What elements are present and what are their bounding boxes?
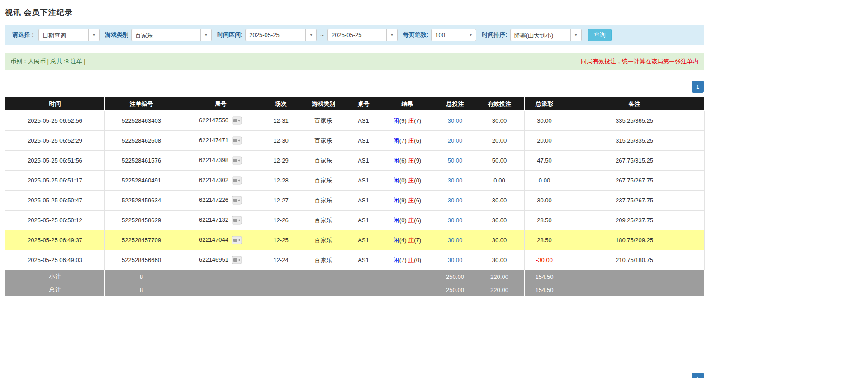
table-header: 时间	[5, 97, 105, 111]
range-separator: ~	[320, 32, 324, 38]
cell-bet-id: 522528459634	[105, 191, 178, 211]
game-type-select[interactable]: 百家乐 ▼	[131, 29, 212, 41]
video-replay-icon[interactable]	[232, 196, 242, 205]
cell-session: 12-25	[263, 230, 299, 250]
cell-payout: 0.00	[525, 171, 564, 191]
subtotal-label: 小计	[5, 270, 105, 283]
sort-value: 降幂(由大到小)	[511, 29, 570, 41]
total-bet-link[interactable]: 50.00	[448, 157, 463, 164]
date-from-select[interactable]: 2025-05-25 ▼	[245, 29, 317, 41]
result-banker-label: 庄	[408, 237, 414, 244]
result-player-score: (9)	[399, 197, 407, 204]
date-to-select[interactable]: 2025-05-25 ▼	[327, 29, 398, 41]
pagination-top: 1	[5, 81, 704, 93]
chevron-down-icon[interactable]: ▼	[88, 29, 99, 41]
currency-summary: 币别：人民币 | 总共 :8 注单 |	[10, 57, 85, 66]
result-player-score: (7)	[399, 137, 407, 144]
subtotal-empty	[564, 270, 705, 283]
subtotal-payout: 154.50	[525, 270, 564, 283]
cell-time: 2025-05-25 06:50:12	[5, 211, 105, 230]
video-replay-icon[interactable]	[232, 236, 242, 244]
cell-session: 12-26	[263, 211, 299, 230]
search-button[interactable]: 查询	[588, 29, 612, 41]
round-id-text: 622147044	[199, 236, 228, 243]
result-banker-score: (7)	[414, 237, 421, 244]
chevron-down-icon[interactable]: ▼	[570, 29, 581, 41]
cell-session: 12-30	[263, 131, 299, 151]
cell-session: 12-27	[263, 191, 299, 211]
total-bet-link[interactable]: 30.00	[448, 237, 463, 244]
notice-text: 同局有效投注，统一计算在该局第一张注单内	[581, 57, 698, 66]
round-id-text: 622147471	[199, 137, 228, 144]
result-banker-score: (6)	[414, 137, 421, 144]
cell-table-no: AS1	[348, 191, 379, 211]
cell-total-bet: 20.00	[436, 131, 474, 151]
total-bet-link[interactable]: 30.00	[448, 177, 463, 184]
cell-bet-id: 522528463403	[105, 111, 178, 131]
total-empty	[263, 283, 299, 297]
cell-round-id: 622146951	[178, 250, 263, 270]
result-player-score: (9)	[399, 117, 407, 124]
cell-result: 闲(6) 庄(9)	[379, 151, 436, 171]
subtotal-count: 8	[105, 270, 178, 283]
cell-remark: 210.75/180.75	[564, 250, 705, 270]
cell-total-bet: 50.00	[436, 151, 474, 171]
total-valid-bet: 220.00	[474, 283, 525, 297]
result-banker-label: 庄	[408, 217, 414, 224]
query-type-select[interactable]: 日期查询 ▼	[38, 29, 100, 41]
cell-remark: 180.75/209.25	[564, 230, 705, 250]
video-replay-icon[interactable]	[232, 216, 242, 225]
result-player-label: 闲	[394, 177, 399, 184]
total-count: 8	[105, 283, 178, 297]
cell-time: 2025-05-25 06:52:56	[5, 111, 105, 131]
cell-game-type: 百家乐	[299, 171, 348, 191]
cell-session: 12-28	[263, 171, 299, 191]
total-row: 总计 8 250.00 220.00 154.50	[5, 283, 705, 297]
result-player-label: 闲	[394, 197, 399, 204]
total-bet-link[interactable]: 30.00	[448, 217, 463, 224]
result-banker-label: 庄	[408, 157, 414, 164]
result-player-label: 闲	[394, 257, 399, 263]
cell-total-bet: 30.00	[436, 191, 474, 211]
video-replay-icon[interactable]	[232, 176, 242, 185]
date-from-value: 2025-05-25	[246, 29, 305, 41]
cell-table-no: AS1	[348, 111, 379, 131]
video-replay-icon[interactable]	[232, 256, 242, 264]
chevron-down-icon[interactable]: ▼	[386, 29, 397, 41]
total-bet-link[interactable]: 30.00	[448, 197, 463, 204]
video-replay-icon[interactable]	[232, 156, 242, 165]
cell-game-type: 百家乐	[299, 230, 348, 250]
page-button-1[interactable]: 1	[692, 81, 704, 93]
total-empty	[178, 283, 263, 297]
cell-round-id: 622147398	[178, 151, 263, 171]
cell-time: 2025-05-25 06:52:29	[5, 131, 105, 151]
page-size-label: 每页笔数:	[403, 31, 428, 39]
page-size-select[interactable]: 100 ▼	[431, 29, 476, 41]
total-empty	[379, 283, 436, 297]
total-bet-link[interactable]: 30.00	[448, 257, 463, 263]
sort-select[interactable]: 降幂(由大到小) ▼	[510, 29, 582, 41]
cell-bet-id: 522528458629	[105, 211, 178, 230]
total-empty	[348, 283, 379, 297]
table-header: 有效投注	[474, 97, 525, 111]
total-bet-link[interactable]: 30.00	[448, 117, 463, 124]
cell-payout: 28.50	[525, 211, 564, 230]
subtotal-empty	[263, 270, 299, 283]
chevron-down-icon[interactable]: ▼	[200, 29, 211, 41]
cell-remark: 237.75/267.75	[564, 191, 705, 211]
video-replay-icon[interactable]	[232, 136, 242, 145]
round-id-text: 622147226	[199, 196, 228, 203]
cell-table-no: AS1	[348, 250, 379, 270]
chevron-down-icon[interactable]: ▼	[465, 29, 476, 41]
cell-session: 12-31	[263, 111, 299, 131]
page-button-1-bottom[interactable]: 1	[692, 373, 704, 378]
cell-game-type: 百家乐	[299, 250, 348, 270]
pagination-bottom: 1	[5, 373, 704, 378]
filter-bar: 请选择： 日期查询 ▼ 游戏类别 百家乐 ▼ 时间区间: 2025-05-25 …	[5, 25, 704, 45]
chevron-down-icon[interactable]: ▼	[305, 29, 316, 41]
cell-payout: 47.50	[525, 151, 564, 171]
cell-result: 闲(7) 庄(0)	[379, 250, 436, 270]
video-replay-icon[interactable]	[232, 116, 242, 125]
result-player-score: (4)	[399, 237, 407, 244]
total-bet-link[interactable]: 20.00	[448, 137, 463, 144]
